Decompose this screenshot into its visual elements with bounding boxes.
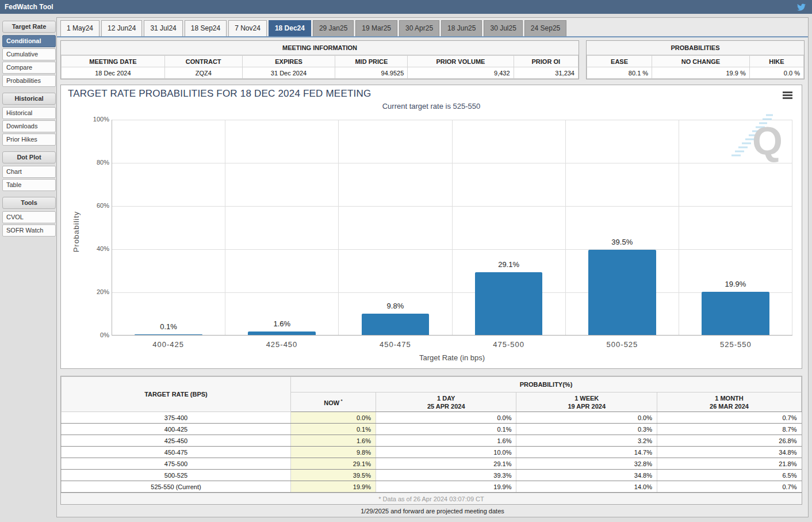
btable-value-cell: 34.8%	[657, 447, 802, 458]
tab-30-jul25[interactable]: 30 Jul25	[484, 20, 522, 36]
tab-12-jun24[interactable]: 12 Jun24	[101, 20, 142, 36]
y-axis-tick-label: 80%	[83, 159, 109, 166]
x-axis-category-label: 525-550	[679, 340, 792, 349]
chart-panel: TARGET RATE PROBABILITIES FOR 18 DEC 202…	[60, 85, 802, 369]
btable-value-cell: 0.3%	[516, 424, 657, 435]
meeting-info-value-cell: 31 Dec 2024	[242, 67, 335, 79]
quikstrike-watermark-icon: Q	[730, 113, 786, 162]
chart-context-menu-icon[interactable]	[783, 92, 792, 100]
tab-19-mar25[interactable]: 19 Mar25	[355, 20, 397, 36]
x-axis-label: Target Rate (in bps)	[112, 353, 792, 362]
tab-24-sep25[interactable]: 24 Sep25	[524, 20, 566, 36]
x-axis-category-label: 475-500	[452, 340, 565, 349]
meeting-date-tabs: 1 May2412 Jun2431 Jul2418 Sep247 Nov2418…	[60, 20, 568, 36]
probabilities-panel: PROBABILITIES EASENO CHANGEHIKE80.1 %19.…	[586, 40, 805, 79]
tab-strip-underline	[57, 36, 808, 37]
btable-rate-cell: 525-550 (Current)	[62, 481, 291, 493]
probabilities-value-cell: 0.0 %	[749, 67, 803, 79]
chart-bar-value-label: 19.9%	[679, 280, 792, 288]
btable-value-cell: 34.8%	[516, 470, 657, 481]
sidebar-item-compare[interactable]: Compare	[2, 62, 56, 74]
btable-row: 425-4501.6%1.6%3.2%26.8%	[62, 435, 802, 447]
tab-18-sep24[interactable]: 18 Sep24	[185, 20, 227, 36]
sidebar-item-cumulative[interactable]: Cumulative	[2, 48, 56, 60]
chart-bar-value-label: 39.5%	[566, 238, 679, 246]
btable-column-header: 1 DAY25 APR 2024	[376, 393, 516, 412]
btable-row: 400-4250.1%0.1%0.3%8.7%	[62, 424, 802, 435]
meeting-info-value-cell: 31,234	[514, 67, 578, 79]
probabilities-header-cell: NO CHANGE	[652, 56, 750, 67]
sidebar-section: HistoricalHistoricalDownloadsPrior Hikes	[2, 93, 56, 146]
btable-value-cell: 19.9%	[376, 481, 516, 493]
y-axis-tick-label: 20%	[83, 288, 109, 295]
probability-history-table-panel: TARGET RATE (BPS)PROBABILITY(%)NOW *1 DA…	[60, 376, 802, 505]
sidebar-item-table[interactable]: Table	[2, 179, 56, 191]
btable-value-cell: 29.1%	[290, 458, 376, 470]
sidebar-section-header-dot-plot[interactable]: Dot Plot	[2, 151, 56, 163]
main-panel: 1 May2412 Jun2431 Jul2418 Sep247 Nov2418…	[56, 17, 809, 517]
btable-value-cell: 14.7%	[516, 447, 657, 458]
sidebar: Target RateConditionalCumulativeCompareP…	[2, 21, 56, 242]
sidebar-section: Dot PlotChartTable	[2, 151, 56, 191]
tab-29-jan25[interactable]: 29 Jan25	[313, 20, 354, 36]
sidebar-section-header-historical[interactable]: Historical	[2, 93, 56, 105]
probabilities-header-cell: HIKE	[749, 56, 803, 67]
meeting-information-panel: MEETING INFORMATION MEETING DATECONTRACT…	[60, 40, 579, 79]
y-axis-tick-label: 40%	[83, 245, 109, 252]
chart-bar	[135, 334, 202, 335]
probabilities-table: EASENO CHANGEHIKE80.1 %19.9 %0.0 %	[587, 55, 804, 79]
chart-bar	[588, 250, 656, 335]
meeting-info-header-cell: CONTRACT	[164, 56, 242, 67]
y-axis-label: Probability	[72, 203, 81, 261]
chart-bar-value-label: 0.1%	[112, 322, 225, 331]
btable-rate-cell: 425-450	[62, 435, 291, 447]
sidebar-item-prior-hikes[interactable]: Prior Hikes	[2, 134, 56, 146]
meeting-info-value-cell: 94.9525	[335, 67, 408, 79]
sidebar-item-sofr-watch[interactable]: SOFR Watch	[2, 224, 56, 237]
data-as-of-note: * Data as of 26 Apr 2024 03:07:09 CT	[61, 493, 802, 504]
app-title: FedWatch Tool	[5, 3, 53, 11]
sidebar-item-chart[interactable]: Chart	[2, 166, 56, 178]
x-axis-category-label: 425-450	[225, 340, 338, 349]
btable-value-cell: 8.7%	[657, 424, 802, 435]
sidebar-section-header-tools[interactable]: Tools	[2, 197, 56, 209]
sidebar-item-historical[interactable]: Historical	[2, 107, 56, 119]
meeting-info-value-row: 18 Dec 2024ZQZ431 Dec 202494.95259,43231…	[62, 67, 579, 79]
sidebar-item-downloads[interactable]: Downloads	[2, 120, 56, 132]
target-rate-bps-header: TARGET RATE (BPS)	[62, 377, 291, 412]
x-axis-category-label: 500-525	[565, 340, 679, 349]
sidebar-item-conditional[interactable]: Conditional	[2, 35, 56, 47]
probability-history-table: TARGET RATE (BPS)PROBABILITY(%)NOW *1 DA…	[61, 376, 802, 493]
sidebar-section-header-target-rate[interactable]: Target Rate	[2, 21, 56, 33]
sidebar-item-probabilities[interactable]: Probabilities	[2, 75, 56, 87]
btable-value-cell: 6.5%	[657, 470, 802, 481]
sidebar-item-cvol[interactable]: CVOL	[2, 211, 56, 223]
tab-18-jun25[interactable]: 18 Jun25	[441, 20, 482, 36]
meeting-info-header-cell: MID PRICE	[335, 56, 408, 67]
twitter-icon[interactable]	[796, 3, 806, 12]
sidebar-section: ToolsCVOLSOFR Watch	[2, 197, 56, 237]
btable-value-cell: 39.3%	[376, 470, 516, 481]
chart-bar-value-label: 9.8%	[339, 302, 451, 310]
tab-31-jul24[interactable]: 31 Jul24	[144, 20, 182, 36]
meeting-information-title: MEETING INFORMATION	[61, 41, 579, 55]
top-bar: FedWatch Tool	[0, 0, 812, 14]
btable-value-cell: 3.2%	[516, 435, 657, 447]
tab-7-nov24[interactable]: 7 Nov24	[228, 20, 267, 36]
tab-18-dec24[interactable]: 18 Dec24	[269, 20, 311, 36]
probabilities-value-cell: 80.1 %	[587, 67, 652, 79]
chart-category-column: 1.6%	[225, 120, 339, 335]
btable-column-header: 1 WEEK19 APR 2024	[516, 393, 657, 412]
tab-30-apr25[interactable]: 30 Apr25	[399, 20, 439, 36]
btable-value-cell: 0.0%	[376, 412, 516, 424]
btable-rate-cell: 475-500	[62, 458, 291, 470]
meeting-info-header-cell: MEETING DATE	[62, 56, 165, 67]
meeting-info-header-cell: PRIOR OI	[514, 56, 578, 67]
y-axis-tick-label: 0%	[83, 332, 109, 338]
chart-title: TARGET RATE PROBABILITIES FOR 18 DEC 202…	[68, 88, 371, 100]
tab-1-may24[interactable]: 1 May24	[60, 20, 99, 36]
y-axis-tick-label: 100%	[83, 116, 109, 123]
btable-value-cell: 32.8%	[516, 458, 657, 470]
probabilities-header-cell: EASE	[587, 56, 652, 67]
x-axis-category-labels: 400-425425-450450-475475-500500-525525-5…	[112, 340, 792, 349]
